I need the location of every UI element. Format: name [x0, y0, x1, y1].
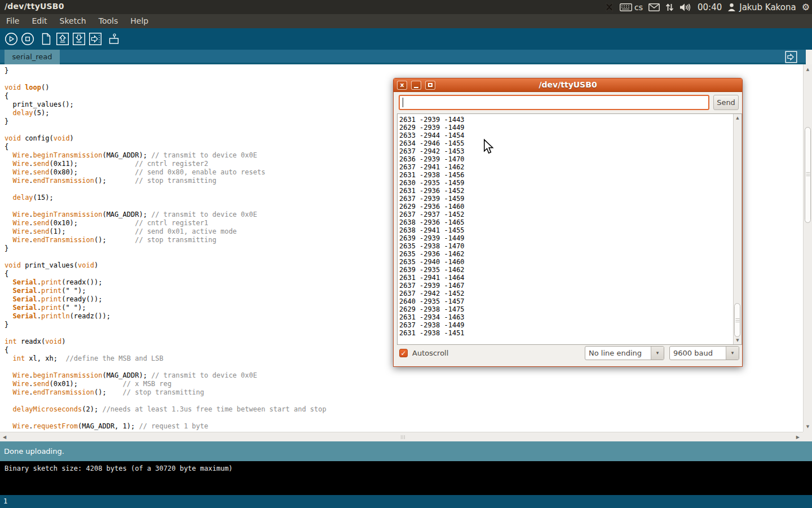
system-tray: cs 00:40 Jakub Kakona ⚙	[604, 0, 810, 14]
keyboard-layout-indicator[interactable]: cs	[620, 3, 643, 12]
volume-icon[interactable]	[679, 3, 692, 12]
mail-icon[interactable]	[648, 3, 660, 11]
top-panel: /dev/ttyUSB0 cs 00:40 Jakub Kakona	[0, 0, 812, 14]
serial-monitor-title: /dev/ttyUSB0	[394, 80, 742, 89]
tab-bar: serial_read	[0, 50, 806, 64]
serial-vscrollbar[interactable]: ▲ ▼	[733, 114, 742, 344]
menu-tools[interactable]: Tools	[92, 14, 125, 28]
scroll-down-icon[interactable]: ▼	[734, 338, 742, 343]
console-output: Binary sketch size: 4208 bytes (of a 307…	[0, 461, 812, 495]
menu-file[interactable]: File	[0, 14, 25, 28]
user-icon	[727, 3, 736, 12]
serial-output-text: 2631 -2939 -1443 2629 -2939 -1449 2633 -…	[398, 114, 732, 344]
scroll-down-icon[interactable]: ▼	[804, 424, 812, 429]
scroll-left-icon[interactable]: ◀	[3, 435, 6, 440]
tab-bar-corner	[806, 50, 812, 64]
status-bar: Done uploading.	[0, 441, 812, 461]
session-gear-icon[interactable]: ⚙	[802, 3, 810, 12]
keyboard-icon	[620, 3, 632, 11]
user-name: Jakub Kakona	[739, 2, 796, 12]
upload-button[interactable]	[89, 32, 102, 46]
autoscroll-checkbox[interactable]: ✓	[399, 349, 408, 357]
stop-button[interactable]	[21, 32, 34, 46]
desktop: /dev/ttyUSB0 cs 00:40 Jakub Kakona	[0, 0, 812, 508]
ide-toolbar	[0, 28, 812, 50]
tab-menu-icon[interactable]	[784, 50, 798, 64]
menu-edit[interactable]: Edit	[25, 14, 53, 28]
editor-vscroll-thumb[interactable]	[805, 127, 811, 223]
autoscroll-label: Autoscroll	[412, 349, 448, 357]
editor-vscrollbar[interactable]: ▲ ▼	[803, 64, 812, 432]
scroll-up-icon[interactable]: ▲	[804, 67, 812, 72]
text-caret	[403, 98, 403, 107]
menu-bar: FileEditSketchToolsHelp	[0, 14, 812, 28]
serial-vscroll-thumb[interactable]	[734, 303, 740, 337]
scrollbar-corner	[803, 432, 812, 441]
baud-rate-dropdown[interactable]: 9600 baud ▾	[669, 346, 739, 360]
serial-monitor-window: x /dev/ttyUSB0 Send 2631 -2939 -1443 262…	[393, 78, 743, 367]
new-sketch-button[interactable]	[39, 32, 53, 46]
save-sketch-button[interactable]	[72, 32, 86, 46]
scroll-right-icon[interactable]: ▶	[796, 435, 800, 440]
network-arrows-icon[interactable]	[665, 3, 674, 12]
chevron-down-icon[interactable]: ▾	[726, 347, 739, 360]
verify-button[interactable]	[5, 32, 18, 46]
app-pinwheel-icon[interactable]	[604, 2, 614, 12]
menu-help[interactable]: Help	[124, 14, 155, 28]
serial-monitor-button[interactable]	[107, 32, 121, 46]
active-window-title: /dev/ttyUSB0	[5, 2, 64, 11]
editor-hscrollbar[interactable]: ◀ ▶	[0, 432, 803, 441]
serial-output-area[interactable]: 2631 -2939 -1443 2629 -2939 -1449 2633 -…	[397, 113, 742, 345]
menu-sketch[interactable]: Sketch	[54, 14, 92, 28]
send-button[interactable]: Send	[713, 95, 739, 110]
serial-monitor-titlebar[interactable]: x /dev/ttyUSB0	[394, 78, 742, 92]
tab-serial-read[interactable]: serial_read	[5, 50, 60, 64]
clock[interactable]: 00:40	[698, 2, 722, 12]
chevron-down-icon[interactable]: ▾	[651, 347, 664, 360]
session-menu[interactable]: Jakub Kakona	[727, 2, 796, 12]
open-sketch-button[interactable]	[56, 32, 69, 46]
serial-monitor-controls: ✓ Autoscroll No line ending ▾ 9600 baud …	[394, 344, 742, 366]
line-ending-dropdown[interactable]: No line ending ▾	[585, 346, 664, 360]
scroll-up-icon[interactable]: ▲	[734, 116, 742, 120]
mouse-cursor	[483, 139, 494, 157]
line-number-indicator: 1	[0, 495, 812, 508]
serial-send-input[interactable]	[399, 95, 709, 110]
